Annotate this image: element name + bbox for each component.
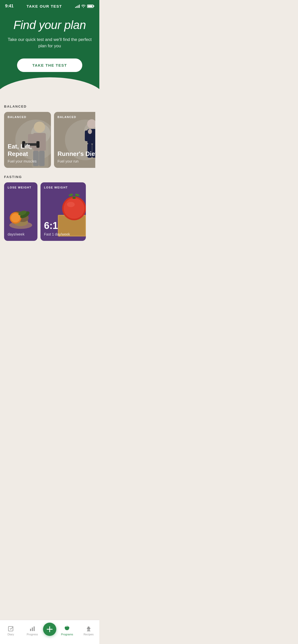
balanced-cards-row[interactable]: BALANCED Eat, Lift, Repeat Fuel your mus…: [4, 112, 95, 169]
runners-diet-tag: BALANCED: [58, 115, 76, 119]
fasting-desc: Fast 1 day/week: [44, 232, 83, 236]
main-content: BALANCED: [0, 97, 99, 266]
wifi-icon: [81, 5, 86, 8]
status-time: 9:41: [5, 4, 13, 9]
fasting-days: days/week: [8, 232, 34, 236]
nav-title: TAKE OUR TEST: [26, 4, 62, 8]
fasting-content-1: days/week: [4, 182, 37, 241]
eat-lift-tag: BALANCED: [8, 115, 26, 119]
eat-lift-content: BALANCED Eat, Lift, Repeat Fuel your mus…: [4, 112, 51, 168]
fasting-section-label: FASTING: [4, 175, 95, 179]
hero-subtitle: Take our quick test and we'll find the p…: [8, 36, 92, 49]
battery-icon: [87, 5, 94, 8]
balanced-section-label: BALANCED: [4, 105, 95, 108]
fasting-cards-row[interactable]: LOSE WEIGHT days/week: [0, 182, 95, 241]
balanced-section: BALANCED: [4, 105, 95, 169]
status-icons: [75, 5, 94, 8]
eat-lift-desc: Fuel your muscles: [8, 159, 47, 163]
eat-lift-title: Eat, Lift, Repeat: [8, 143, 47, 158]
signal-icon: [75, 5, 80, 8]
runners-diet-title: Runner's Diet: [58, 150, 95, 158]
take-test-button[interactable]: TAKE THE TEST: [17, 58, 82, 72]
hero-section: Find your plan Take our quick test and w…: [0, 11, 99, 97]
fasting-card-2[interactable]: LOSE WEIGHT 6:1 Fast 1 day/week: [40, 182, 86, 241]
eat-lift-card[interactable]: BALANCED Eat, Lift, Repeat Fuel your mus…: [4, 112, 51, 168]
hero-title: Find your plan: [8, 18, 92, 32]
runners-diet-card[interactable]: BALANCED Runner's Diet Fuel your run: [54, 112, 95, 168]
status-bar: 9:41 TAKE OUR TEST: [0, 0, 99, 11]
fasting-card-1[interactable]: LOSE WEIGHT days/week: [4, 182, 37, 241]
fasting-ratio: 6:1: [44, 221, 83, 231]
runners-diet-desc: Fuel your run: [58, 159, 95, 163]
runners-diet-content: BALANCED Runner's Diet Fuel your run: [54, 112, 95, 168]
fasting-section: FASTING: [4, 175, 95, 241]
fasting-content-2: 6:1 Fast 1 day/week: [40, 182, 86, 241]
